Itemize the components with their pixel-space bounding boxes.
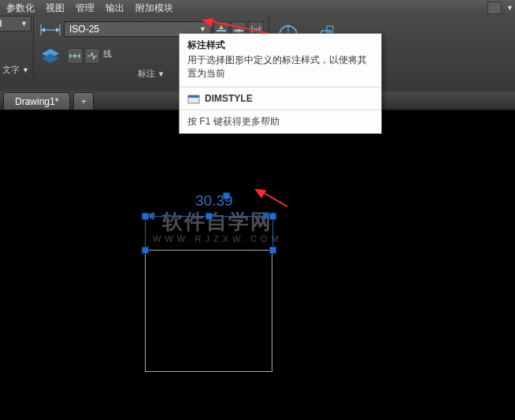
panel-divider bbox=[33, 16, 34, 77]
break-line-icon[interactable] bbox=[84, 48, 100, 64]
layer-stack-icon[interactable] bbox=[39, 44, 62, 68]
grip-handle[interactable] bbox=[206, 213, 213, 220]
text-panel-fragment: ard ▼ 文字 ▼ bbox=[0, 16, 31, 77]
icon-row-label: 线 bbox=[103, 48, 112, 64]
annotation-arrow-head bbox=[252, 184, 266, 198]
svg-marker-3 bbox=[41, 28, 45, 32]
plus-icon: + bbox=[81, 96, 87, 107]
menu-bar: 参数化 视图 管理 输出 附加模块 ▼ bbox=[0, 0, 515, 16]
text-style-combo[interactable]: ard ▼ bbox=[0, 16, 31, 32]
grip-handle[interactable] bbox=[269, 247, 276, 254]
linear-dim-icon[interactable] bbox=[39, 17, 62, 41]
panel-caption-label: 文字 bbox=[2, 65, 20, 74]
chevron-down-icon: ▼ bbox=[20, 20, 28, 28]
tooltip-description: 用于选择图形中定义的标注样式，以便将其置为当前 bbox=[180, 54, 381, 87]
svg-rect-5 bbox=[217, 30, 226, 32]
rectangle-object[interactable] bbox=[145, 250, 272, 372]
grip-handle[interactable] bbox=[269, 213, 276, 220]
menu-item[interactable]: 输出 bbox=[106, 2, 124, 15]
chevron-down-icon[interactable]: ▼ bbox=[22, 66, 29, 74]
chevron-down-icon: ▼ bbox=[199, 25, 206, 33]
svg-marker-6 bbox=[219, 25, 224, 29]
tooltip-command: DIMSTYLE bbox=[205, 93, 253, 104]
dim-style-value: ISO-25 bbox=[69, 24, 99, 35]
menu-item[interactable]: 管理 bbox=[76, 2, 94, 15]
watermark-sub: WWW.RJZXW.COM bbox=[153, 234, 283, 243]
grip-handle[interactable] bbox=[223, 192, 230, 199]
drawing-canvas[interactable]: 软件自学网 WWW.RJZXW.COM 30.39 bbox=[0, 110, 515, 420]
svg-marker-4 bbox=[56, 28, 60, 32]
panel-caption: 文字 ▼ bbox=[2, 64, 29, 76]
menu-item[interactable]: 参数化 bbox=[6, 2, 35, 15]
svg-rect-25 bbox=[188, 95, 199, 98]
dimstyle-cmd-icon bbox=[187, 92, 200, 105]
svg-marker-13 bbox=[42, 54, 59, 63]
document-tab-active[interactable]: Drawing1* bbox=[3, 92, 70, 110]
watermark-main: 软件自学网 bbox=[162, 210, 272, 233]
text-style-value: ard bbox=[0, 18, 2, 29]
panel-caption-label: 标注 bbox=[138, 69, 155, 78]
menu-item[interactable]: 附加模块 bbox=[135, 2, 173, 15]
svg-rect-23 bbox=[327, 26, 333, 32]
chevron-down-icon[interactable]: ▼ bbox=[506, 4, 513, 12]
quick-access-toolbar: ▼ bbox=[487, 0, 513, 16]
annotation-arrow-head bbox=[201, 16, 213, 28]
qat-item[interactable] bbox=[487, 2, 502, 14]
linear-continue-icon[interactable] bbox=[67, 48, 83, 64]
annotation-arrow bbox=[261, 191, 288, 207]
grip-handle[interactable] bbox=[142, 247, 149, 254]
tooltip-title: 标注样式 bbox=[180, 34, 381, 54]
grip-handle[interactable] bbox=[142, 213, 149, 220]
tooltip-help: 按 F1 键获得更多帮助 bbox=[187, 115, 280, 128]
new-tab-button[interactable]: + bbox=[73, 92, 94, 110]
chevron-down-icon[interactable]: ▼ bbox=[157, 70, 165, 78]
document-tab-label: Drawing1* bbox=[15, 96, 58, 107]
menu-item[interactable]: 视图 bbox=[46, 2, 65, 15]
dimstyle-tooltip: 标注样式 用于选择图形中定义的标注样式，以便将其置为当前 DIMSTYLE 按 … bbox=[179, 33, 382, 134]
